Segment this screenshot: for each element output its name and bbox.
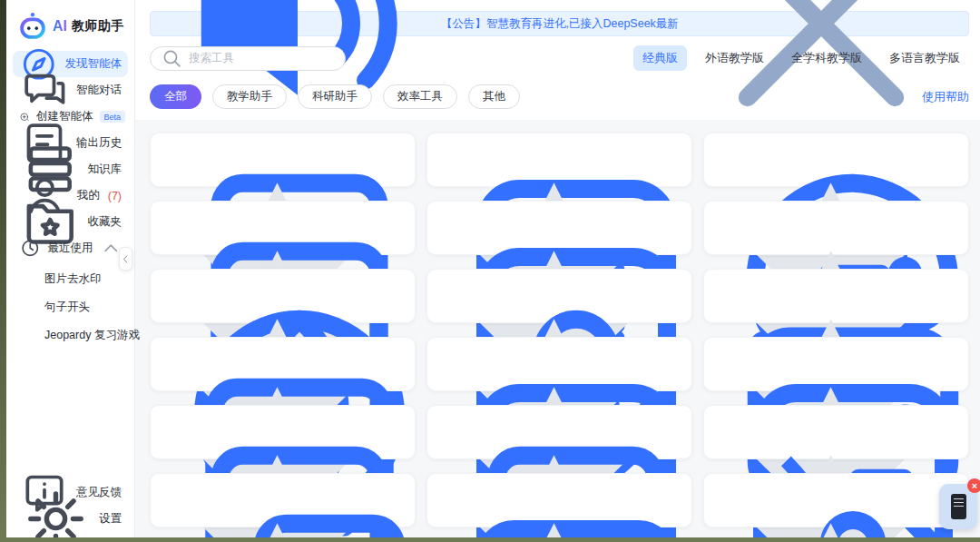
sidebar-footer: 意见反馈设置 [6,479,134,532]
card-video-translation[interactable]: 视频翻译Beta智能视频翻译及AI配音 [703,269,969,323]
top-zone: 【公告】智慧教育再进化,已接入DeepSeek最新版本V3-0324! 经典版外… [135,0,980,120]
card-mindmap-review[interactable]: 思维导图评阅思维导图评阅 [703,201,969,255]
card-smart-image-editing[interactable]: 智能图片编辑新图片编辑 [703,337,969,391]
widget-close-button[interactable]: × [967,478,980,493]
floating-contact-widget[interactable]: × [939,484,977,529]
recent-item[interactable]: 图片去水印 [6,265,134,293]
recent-item[interactable]: Jeopardy 复习游戏 [6,321,134,350]
card-comfyui-workflow[interactable]: 多模态工作流（ComfyUI）Beta强大直观的工作流生成图片数字人视频神器 [703,473,969,527]
version-tabs: 经典版外语教学版全学科教学版多语言教学版 [633,45,969,71]
tab-multi-language[interactable]: 多语言教学版 [880,45,969,71]
sidebar-item-count: (7) [108,190,122,202]
card-voice-clone[interactable]: 音色克隆快速定制克隆音色 [150,473,416,527]
star-icon[interactable] [704,483,957,537]
app-logo: AI 教师助手 [6,0,134,51]
search-box[interactable] [150,46,346,71]
filter-teaching-assistant[interactable]: 教学助手 [212,84,287,109]
header-row: 经典版外语教学版全学科教学版多语言教学版 [150,45,969,71]
sidebar: AI 教师助手 发现智能体智能对话创建智能体Beta输出历史知识库我的(7)收藏… [6,0,135,537]
phone-preview-image [951,494,966,519]
recent-list: 图片去水印句子开头Jeopardy 复习游戏 [6,265,134,350]
card-copywriting[interactable]: 智能文案AI助你快速撰写各类文案 [426,405,692,459]
star-icon[interactable] [151,483,404,537]
filter-efficiency-tools[interactable]: 效率工具 [383,84,457,109]
card-tts-pro[interactable]: 语音合成专业版Beta丰富的配置功能，90+多语言音色库 [150,201,416,255]
beta-badge: Beta [100,111,126,123]
card-smart-data-analysis[interactable]: 智能数据分析推荐AI帮你数据分析和制作图表 [426,133,692,187]
clock-icon [19,237,42,260]
filter-pills: 全部教学助手科研助手效率工具其他 [150,84,520,109]
tab-all-subject[interactable]: 全学科教学版 [782,45,871,71]
app-window: AI 教师助手 发现智能体智能对话创建智能体Beta输出历史知识库我的(7)收藏… [6,0,980,537]
screen: AI 教师助手 发现智能体智能对话创建智能体Beta输出历史知识库我的(7)收藏… [0,0,980,542]
card-knowledge-qa[interactable]: ?知识库问答推荐快速解读文档、图片、音视频 [150,133,416,187]
card-tts[interactable]: 语音合成快速生成音频 [150,405,416,459]
sidebar-collapse-button[interactable] [119,247,132,271]
sidebar-item-label: 收藏夹 [88,214,122,230]
cards-grid: ?知识库问答推荐快速解读文档、图片、音视频智能数据分析推荐AI帮你数据分析和制作… [150,133,969,527]
sidebar-item-label: 知识库 [88,162,122,177]
logo-text-ai: AI [53,18,67,34]
filter-others[interactable]: 其他 [468,84,520,109]
filter-all[interactable]: 全部 [150,84,201,109]
card-smart-review[interactable]: 智能评阅AI智能评阅英语口语、翻译、作文 [426,337,692,391]
card-image-repaint[interactable]: 图片重绘新重新绘制图片内容 [426,473,692,527]
tab-classic[interactable]: 经典版 [633,45,687,71]
recent-item[interactable]: 句子开头 [6,293,134,321]
sidebar-item-smart-chat[interactable]: 智能对话 [13,77,128,103]
card-ai-ppt[interactable]: AI生成PPTBetaAI一键生成PPT [150,269,416,323]
sidebar-item-favorites[interactable]: 收藏夹 [13,209,128,235]
gear-icon [19,482,93,537]
filter-research-assistant[interactable]: 科研助手 [298,84,372,109]
help-link[interactable]: 使用帮助 [922,89,969,105]
search-input[interactable] [189,52,335,64]
announcement-text: 【公告】智慧教育再进化,已接入DeepSeek最新版本V3-0324! [441,16,678,32]
sidebar-item-label: 输出历史 [76,135,122,151]
card-question-generator[interactable]: 智能出题快速生成选择、判断、问答、排序题 [150,337,416,391]
sidebar-item-label: 发现智能体 [65,56,122,72]
card-realtime-transcription[interactable]: 实时语音转写Beta实时录音转文字，智能提炼要点 [426,269,692,323]
card-ai-painting-new[interactable]: AI绘画新版推荐新AI智能生成图片 [703,133,969,187]
tab-foreign-language[interactable]: 外语教学版 [696,45,773,71]
sidebar-item-label: 设置 [99,511,122,527]
star-icon[interactable] [427,483,681,537]
announcement-banner: 【公告】智慧教育再进化,已接入DeepSeek最新版本V3-0324! [150,11,969,36]
logo-text: 教师助手 [72,18,124,34]
sidebar-menu: 发现智能体智能对话创建智能体Beta输出历史知识库我的(7)收藏夹最近使用 [6,51,134,261]
chevron-left-icon [120,253,132,265]
card-data-analysis-agent[interactable]: 数据分析智能体BetaAI帮你数据分析和制作图表 [426,201,692,255]
sidebar-item-label: 智能对话 [76,83,122,98]
sidebar-item-label: 最近使用 [48,241,93,256]
card-text-translation[interactable]: 文A文本翻译快速获得更地道翻译 [703,405,969,459]
sidebar-item-settings[interactable]: 设置 [13,506,128,532]
cards-zone: ?知识库问答推荐快速解读文档、图片、音视频智能数据分析推荐AI帮你数据分析和制作… [135,120,980,537]
main-content: 【公告】智慧教育再进化,已接入DeepSeek最新版本V3-0324! 经典版外… [135,0,980,537]
robot-logo-icon [17,11,48,42]
search-icon [161,47,183,70]
